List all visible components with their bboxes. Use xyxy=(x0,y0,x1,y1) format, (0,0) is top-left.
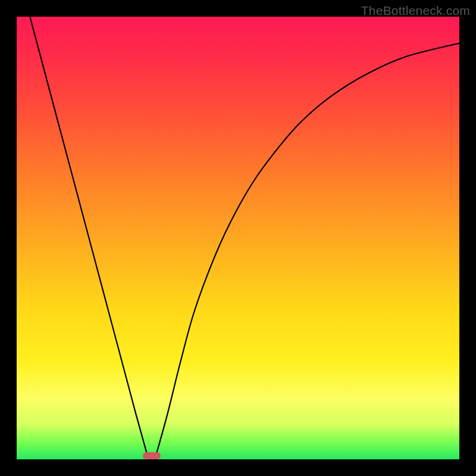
plot-area xyxy=(17,17,459,459)
min-marker xyxy=(143,452,161,459)
right-branch-line xyxy=(156,43,459,455)
curve-layer xyxy=(17,17,459,459)
left-branch-line xyxy=(30,17,147,455)
watermark-text: TheBottleneck.com xyxy=(361,4,470,18)
chart-frame: TheBottleneck.com xyxy=(0,0,476,476)
